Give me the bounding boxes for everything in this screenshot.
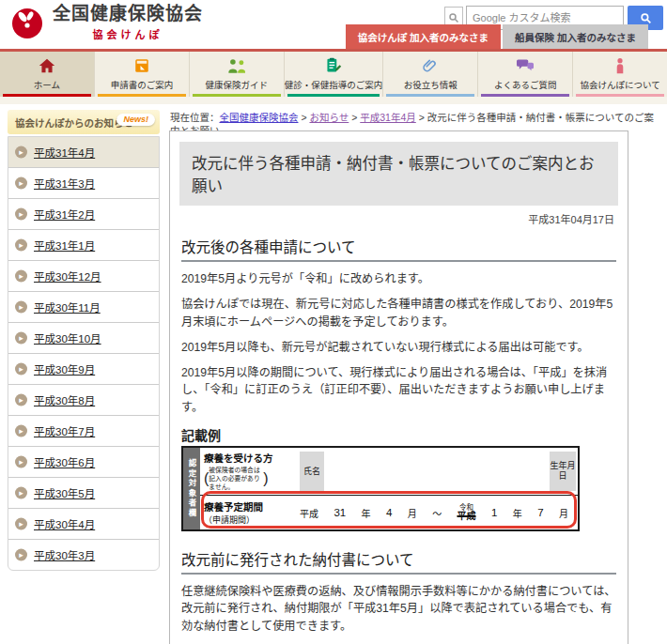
sidebar-item-h30-05[interactable]: ▸平成30年5月 [8,477,159,508]
sidebar-item-h31-02[interactable]: ▸平成31年2月 [8,198,159,229]
breadcrumb-separator: > [419,112,425,123]
arrow-circle-icon: ▸ [15,301,27,314]
clipboard-pencil-icon [324,55,343,76]
nav-label: 申請書のご案内 [111,78,174,91]
paragraph: 2019年5月以降の期間について、現行様式により届出される場合は、「平成」を抹消… [181,364,616,416]
form-period-row: 療養予定期間 （申請期間） 平成 31 年 4 月 ～ 令和 平成 [200,495,578,529]
era-start: 平成 [300,506,318,520]
form-period-cell: 療養予定期間 （申請期間） [200,499,298,526]
tab-kenpo-members[interactable]: 協会けんぽ 加入者のみなさま [346,24,501,49]
year-unit: 年 [362,506,371,520]
month-unit: 月 [559,506,568,520]
form-period-title: 療養予定期間 [204,499,298,514]
logo-text: 全国健康保険協会 協会けんぽ [53,5,203,41]
arrow-circle-icon: ▸ [15,394,27,406]
arrow-circle-icon: ▸ [15,549,27,561]
sidebar-item-h30-08[interactable]: ▸平成30年8月 [8,384,159,415]
sidebar-item-h30-07[interactable]: ▸平成30年7月 [8,415,159,446]
year-start: 31 [334,507,346,518]
form-body: 療養を受ける方 ( 被保険者の場合は記入の必要がありません。 ) 氏名 生年月日… [200,448,578,529]
form-recipient-cell: 療養を受ける方 ( 被保険者の場合は記入の必要がありません。 ) [200,448,298,495]
month-unit: 月 [408,506,417,520]
breadcrumb-link-home[interactable]: 全国健康保険協会 [220,112,299,123]
note-text: 被保険者の場合は記入の必要がありません。 [209,466,263,492]
form-example-image: 認定対象者欄 療養を受ける方 ( 被保険者の場合は記入の必要がありません。 ) … [181,446,580,531]
breadcrumb-separator: > [301,112,306,123]
person-icon [613,55,627,76]
sidebar-item-h30-04[interactable]: ▸平成30年4月 [8,508,159,539]
arrow-circle-icon: ▸ [15,208,27,221]
example-label: 記載例 [181,425,616,444]
form-recipient-note: ( 被保険者の場合は記入の必要がありません。 ) [204,466,296,492]
arrow-circle-icon: ▸ [15,146,27,159]
nav-label: 健康保険ガイド [206,78,269,91]
logo-subtitle: 協会けんぽ [53,26,203,41]
nav-item-insurance-guide[interactable]: 健康保険ガイド [189,52,284,97]
article-panel: 改元に伴う各種申請・納付書・帳票についてのご案内とお願い 平成31年04月17日… [169,130,628,644]
sidebar-month-list: ▸平成31年4月 ▸平成31年3月 ▸平成31年2月 ▸平成31年1月 ▸平成3… [8,136,160,571]
sidebar-item-h31-04[interactable]: ▸平成31年4月 [8,137,159,167]
nav-item-useful-info[interactable]: お役立ち情報 [382,52,477,97]
tilde: ～ [432,506,442,520]
nav-item-about[interactable]: 協会けんぽについて [572,52,667,97]
logo-mark-icon [9,5,45,40]
page-title: 改元に伴う各種申請・納付書・帳票についてのご案内とお願い [179,142,618,206]
paragraph: 2019年5月以降も、新元号が記載されていない現行様式による届出は可能です。 [181,339,616,356]
form-birthdate-label: 生年月日 [550,452,576,491]
form-side-label: 認定対象者欄 [183,448,200,529]
magnifier-icon [640,12,652,24]
paragraph: 2019年5月より元号が「令和」に改められます。 [181,270,616,287]
arrow-circle-icon: ▸ [15,239,27,252]
sidebar-item-h30-10[interactable]: ▸平成30年10月 [8,322,159,353]
year-unit: 年 [513,506,522,520]
sidebar-item-h30-06[interactable]: ▸平成30年6月 [8,446,159,477]
form-period-subtitle: （申請期間） [204,514,298,526]
arrow-circle-icon: ▸ [15,177,27,190]
article-date: 平成31年04月17日 [183,211,614,226]
site-header: 全国健康保険協会 協会けんぽ 協会けんぽ 加入者のみなさま 船員保険 加入者のみ… [0,0,667,52]
arrow-circle-icon: ▸ [15,363,27,376]
arrow-circle-icon: ▸ [15,518,27,530]
form-name-label: 氏名 [300,452,324,491]
nav-item-application-forms[interactable]: 申請書のご案内 [94,52,189,97]
paragraph: 協会けんぽでは現在、新元号に対応した各種申請書の様式を作成しており、2019年5… [181,296,616,330]
tab-seamen-members[interactable]: 船員保険 加入者のみなさま [503,24,648,49]
sidebar-title: 協会けんぽからのお知らせ [15,115,133,130]
paperclip-icon [422,55,439,76]
sidebar-item-h30-03[interactable]: ▸平成30年3月 [8,539,159,570]
breadcrumb-link-month[interactable]: 平成31年4月 [360,112,416,123]
sidebar-news-header: 協会けんぽからのお知らせ News! [8,110,160,134]
form-recipient-row: 療養を受ける方 ( 被保険者の場合は記入の必要がありません。 ) 氏名 生年月日 [200,448,578,495]
sidebar-item-h30-09[interactable]: ▸平成30年9月 [8,353,159,384]
era-old-struck: 平成 [458,512,476,522]
form-period-values: 平成 31 年 4 月 ～ 令和 平成 1 年 7 月 [298,504,578,521]
nav-label: よくあるご質問 [494,78,557,91]
main-nav: ホーム 申請書のご案内 健康保険ガイド 健診・保健指導のご案内 [0,52,667,97]
breadcrumb-link-news[interactable]: お知らせ [309,112,349,123]
nav-label: 健診・保健指導のご案内 [285,78,383,91]
nav-item-faq[interactable]: よくあるご質問 [477,52,572,97]
paragraph: 任意継続保険料や医療費の返納、及び情報開示手数料等にかかる納付書については、改元… [181,583,616,635]
nav-label: ホーム [34,78,60,91]
breadcrumb-prefix: 現在位置： [170,112,220,123]
month-start: 4 [386,507,392,518]
form-recipient-title: 療養を受ける方 [204,451,296,465]
nav-item-health-checkup[interactable]: 健診・保健指導のご案内 [284,52,383,97]
site-logo[interactable]: 全国健康保険協会 協会けんぽ [9,5,203,41]
year-end: 1 [491,507,497,518]
breadcrumb-separator: > [351,112,357,123]
nav-bottom-strip [0,97,667,104]
section-heading-payment-slips: 改元前に発行された納付書について [181,548,616,575]
news-badge: News! [116,114,155,126]
sidebar-item-h31-03[interactable]: ▸平成31年3月 [8,167,159,198]
paren: ) [263,470,268,487]
nav-item-home[interactable]: ホーム [0,52,94,97]
sidebar-item-h30-11[interactable]: ▸平成30年11月 [8,291,159,322]
form-name-blank [326,448,548,495]
section-heading-applications: 改元後の各種申請について [181,236,616,262]
kyoukaikenpo-website: 全国健康保険協会 協会けんぽ 協会けんぽ 加入者のみなさま 船員保険 加入者のみ… [0,0,667,644]
sidebar-item-h30-12[interactable]: ▸平成30年12月 [8,260,159,291]
nav-label: お役立ち情報 [404,78,458,91]
sidebar-item-h31-01[interactable]: ▸平成31年1月 [8,229,159,260]
arrow-circle-icon: ▸ [15,425,27,437]
